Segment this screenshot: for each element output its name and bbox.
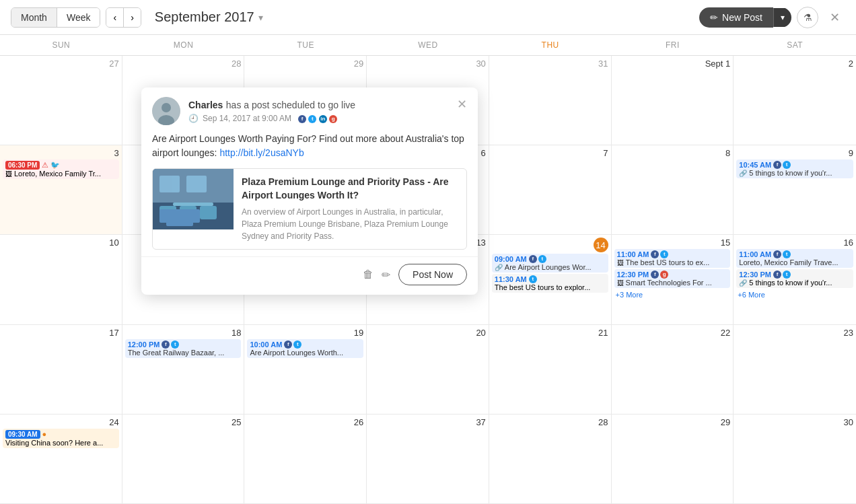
- filter-icon: ⚗: [804, 12, 812, 23]
- social-icons: f t: [773, 250, 791, 258]
- popup-card-desc: An overview of Airport Lounges in Austra…: [242, 206, 458, 242]
- event-title: Visiting China soon? Here a...: [5, 439, 103, 447]
- popup-author-line: Charles has a post scheduled to go live: [188, 99, 449, 111]
- event-item[interactable]: 09:00 AM f t 🔗 Are Airport Lounges Wor..…: [492, 254, 608, 273]
- day-cell-26: 26: [244, 415, 367, 504]
- event-item[interactable]: 12:00 PM f t The Great Railway Bazaar, .…: [125, 339, 242, 358]
- day-cell-23: 23: [734, 325, 856, 415]
- close-button[interactable]: ✕: [824, 7, 845, 28]
- day-header-tue: TUE: [244, 35, 367, 55]
- clock-icon: 🕘: [188, 114, 199, 123]
- day-cell-22: 22: [612, 325, 734, 415]
- event-item[interactable]: 10:00 AM f t Are Airport Lounges Worth..…: [247, 339, 363, 358]
- facebook-icon: f: [773, 250, 781, 258]
- event-item[interactable]: 10:45 AM f t 🔗 5 things to know if you'r…: [736, 159, 853, 178]
- day-cell-10: 10: [0, 235, 122, 324]
- event-icon: 🖼: [5, 170, 12, 178]
- day-number: 31: [598, 59, 608, 69]
- calendar-header: Month Week ‹ › September 2017 ▾ ✏ New Po…: [0, 0, 856, 35]
- new-post-dropdown-arrow[interactable]: ▾: [773, 8, 791, 27]
- day-number: 10: [109, 238, 118, 248]
- svg-rect-6: [180, 206, 197, 219]
- event-title: Are Airport Lounges Wor...: [505, 263, 592, 271]
- day-cell-14: 14 09:00 AM f t 🔗 Are Airport Lounges Wo…: [489, 235, 612, 324]
- day-cell-3: 3 06:30 PM ⚠ 🐦 🖼 Loreto, Mexico Family T…: [0, 145, 122, 235]
- popup-schedule-text: Sep 14, 2017 at 9:00 AM: [203, 114, 291, 123]
- lounge-image: [153, 169, 234, 229]
- event-time: 09:30 AM: [5, 430, 40, 439]
- day-number: 3: [114, 148, 118, 158]
- event-item[interactable]: 11:00 AM f t 🖼 The best US tours to ex..…: [614, 249, 731, 268]
- delete-button[interactable]: 🗑: [363, 268, 373, 281]
- twitter-icon: t: [783, 250, 791, 258]
- event-item[interactable]: 11:00 AM f t Loreto, Mexico Family Trave…: [736, 249, 853, 268]
- day-number: 19: [354, 328, 363, 338]
- day-cell-7: 7: [489, 145, 612, 235]
- facebook-icon: f: [651, 250, 659, 258]
- day-header-mon: MON: [122, 35, 245, 55]
- event-item[interactable]: 09:30 AM ● Visiting China soon? Here a..…: [3, 429, 119, 448]
- popup-footer: 🗑 ✏ Post Now: [141, 256, 478, 295]
- month-title[interactable]: September 2017 ▾: [155, 9, 263, 25]
- popup-social-icons: f t in g: [298, 113, 337, 123]
- twitter-icon: t: [783, 161, 791, 169]
- edit-button[interactable]: ✏: [382, 268, 390, 281]
- event-title: Loreto, Mexico Family Trave...: [739, 258, 838, 266]
- event-item[interactable]: 12:30 PM f t 🔗 5 things to know if you'r…: [736, 269, 853, 288]
- day-number: 23: [844, 328, 853, 338]
- svg-rect-5: [159, 206, 176, 219]
- event-item[interactable]: 11:30 AM t The best US tours to explor..…: [492, 274, 608, 293]
- prev-button[interactable]: ‹: [106, 8, 124, 27]
- nav-arrows: ‹ ›: [106, 7, 141, 28]
- day-cell-21: 21: [489, 325, 612, 415]
- event-time: 11:30 AM: [495, 275, 527, 283]
- day-number: 7: [603, 148, 608, 158]
- day-cell-17: 17: [0, 325, 122, 415]
- day-number: 25: [231, 417, 241, 427]
- day-cell-29: 29: [612, 415, 734, 504]
- week-view-button[interactable]: Week: [57, 8, 100, 27]
- googleplus-icon: g: [660, 271, 668, 279]
- new-post-button[interactable]: ✏ New Post ▾: [699, 7, 791, 28]
- popup-header: Charles has a post scheduled to go live …: [141, 87, 478, 132]
- day-cell-16: 16 11:00 AM f t Loreto, Mexico Family Tr…: [734, 235, 856, 324]
- day-number: 8: [725, 148, 730, 158]
- link-icon: 🔗: [739, 170, 747, 177]
- popup-card[interactable]: Plaza Premium Lounge and Priority Pass -…: [152, 168, 467, 250]
- popup-body: Are Airport Lounges Worth Paying For? Fi…: [141, 132, 478, 256]
- social-icons: f t: [529, 255, 546, 263]
- popup-link[interactable]: http://bit.ly/2usaNYb: [219, 147, 304, 158]
- day-cell-24: 24 09:30 AM ● Visiting China soon? Here …: [0, 415, 122, 504]
- day-number: 6: [481, 148, 486, 158]
- day-cell-8: 8: [612, 145, 734, 235]
- day-header-fri: FRI: [612, 35, 734, 55]
- linkedin-icon: in: [319, 115, 327, 123]
- event-title: 5 things to know if you'r...: [749, 169, 832, 177]
- facebook-icon: f: [529, 255, 537, 263]
- month-view-button[interactable]: Month: [11, 8, 57, 27]
- day-number: 22: [721, 328, 730, 338]
- facebook-icon: f: [162, 340, 170, 349]
- event-title: Are Airport Lounges Worth...: [250, 349, 343, 357]
- next-button[interactable]: ›: [124, 8, 141, 27]
- day-number: 16: [844, 238, 853, 248]
- day-cell-2: 2: [734, 56, 856, 145]
- event-item[interactable]: 12:30 PM f g 🖼 Smart Technologies For ..…: [614, 269, 731, 288]
- more-link-15[interactable]: +3 More: [614, 289, 731, 300]
- post-now-button[interactable]: Post Now: [398, 264, 467, 285]
- more-link-16[interactable]: +6 More: [736, 289, 853, 300]
- twitter-icon: t: [308, 115, 316, 123]
- close-icon: ✕: [830, 10, 840, 25]
- popup-close-button[interactable]: ✕: [457, 97, 467, 112]
- event-item[interactable]: 06:30 PM ⚠ 🐦 🖼 Loreto, Mexico Family Tr.…: [3, 159, 119, 179]
- facebook-icon: f: [773, 161, 781, 169]
- popup-card-title: Plaza Premium Lounge and Priority Pass -…: [242, 176, 458, 202]
- new-post-main[interactable]: ✏ New Post: [699, 7, 773, 28]
- filter-button[interactable]: ⚗: [797, 7, 818, 28]
- day-number: 37: [476, 417, 485, 427]
- social-icons: f t: [773, 161, 791, 169]
- day-number: 28: [231, 59, 241, 69]
- event-time: 12:30 PM: [739, 271, 771, 279]
- day-header-thu: THU: [489, 35, 612, 55]
- day-cell-19: 19 10:00 AM f t Are Airport Lounges Wort…: [244, 325, 367, 415]
